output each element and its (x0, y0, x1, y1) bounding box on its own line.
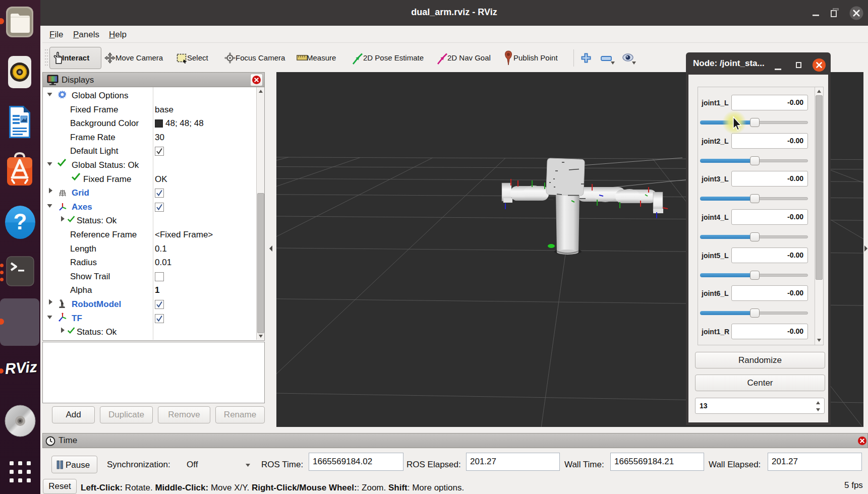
svg-text:?: ? (14, 209, 27, 234)
